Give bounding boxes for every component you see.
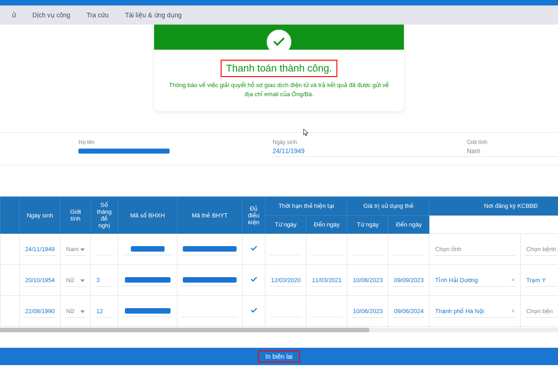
field-dob: Ngày sinh 24/11/1949	[273, 139, 467, 157]
success-card: Thanh toán thành công. Thông báo về việc…	[154, 25, 404, 111]
horizontal-scrollbar[interactable]	[0, 328, 558, 332]
redacted-value	[183, 246, 237, 252]
print-receipt-button[interactable]: In biên lai	[265, 353, 293, 360]
cell-gioitinh-select[interactable]: Nữ	[61, 265, 91, 296]
clear-icon[interactable]: ×	[511, 276, 515, 284]
nav-bar: ử Dịch vụ công Tra cứu Tài liệu & ứng dụ…	[0, 5, 558, 25]
cell-giatri-den[interactable]: 09/06/2024	[388, 296, 429, 327]
table-row: 20/10/1954Nữ312/03/202011/03/202110/06/2…	[0, 265, 558, 296]
nav-item-docs[interactable]: Tài liệu & ứng dụng	[117, 11, 190, 19]
cell-thoihan-den[interactable]: 11/03/2021	[306, 265, 347, 296]
cell-tinh-select[interactable]: Tỉnh Hải Dương×	[429, 265, 521, 296]
cell-ngaysinh[interactable]: 20/10/1954	[20, 265, 61, 296]
gender-value: Nam	[467, 147, 558, 157]
cell-benhvien-select[interactable]: Trạm Y	[521, 265, 558, 296]
cell-giatri-tu[interactable]: 10/06/2023	[347, 296, 388, 327]
cell-blank	[0, 234, 20, 265]
fullname-value-redacted	[78, 149, 170, 154]
redacted-value	[183, 277, 237, 283]
cell-mathe[interactable]	[177, 234, 243, 265]
cell-mathe[interactable]	[177, 265, 243, 296]
th-mabhxh: Mã số BHXH	[118, 197, 177, 234]
cell-thoihan-tu[interactable]	[265, 234, 306, 265]
cell-giatri-tu[interactable]: 10/06/2023	[347, 265, 388, 296]
th-ngaysinh: Ngày sinh	[20, 197, 61, 234]
scrollbar-thumb[interactable]	[0, 328, 369, 332]
dob-value: 24/11/1949	[273, 147, 467, 157]
th-th-tu: Từ ngày	[265, 215, 306, 234]
cell-thoihan-tu[interactable]: 12/03/2020	[265, 265, 306, 296]
th-noidk: Nơi đăng ký KCBBĐ	[429, 197, 558, 216]
cell-thoihan-tu[interactable]	[265, 296, 306, 327]
footer-bar: In biên lai	[0, 348, 558, 365]
gender-label: Giới tính	[467, 139, 558, 145]
check-icon	[250, 278, 258, 284]
cell-dudk	[243, 265, 265, 296]
chevron-down-icon	[80, 308, 85, 315]
success-header	[154, 25, 404, 50]
th-dudk: Đủ điều kiện	[243, 197, 265, 234]
cell-dudk	[243, 296, 265, 327]
success-message: Thông báo về việc giải quyết hồ sơ giao …	[164, 81, 394, 98]
cell-sothang[interactable]	[91, 234, 118, 265]
chevron-down-icon	[80, 246, 85, 253]
cell-sothang[interactable]: 12	[91, 296, 118, 327]
cell-sothang[interactable]: 3	[91, 265, 118, 296]
cell-mabhxh[interactable]	[118, 265, 177, 296]
field-gender: Giới tính Nam	[467, 139, 558, 157]
cell-giatri-tu[interactable]	[347, 234, 388, 265]
success-title: Thanh toán thành công.	[226, 62, 332, 74]
table-row: 22/08/1990Nữ1210/06/202309/06/2024Thành …	[0, 296, 558, 327]
cell-blank	[0, 265, 20, 296]
cell-ngaysinh[interactable]: 22/08/1990	[20, 296, 61, 327]
cell-giatri-den[interactable]: 09/09/2023	[388, 265, 429, 296]
redacted-value	[131, 246, 165, 252]
check-icon	[250, 247, 258, 253]
cell-tinh-select[interactable]: Thành phố Hà Nội×	[429, 296, 521, 327]
cell-mabhxh[interactable]	[118, 234, 177, 265]
th-gioitinh: Giới tính	[61, 197, 91, 234]
th-sothang: Số tháng đề nghị	[91, 197, 118, 234]
cell-thoihan-den[interactable]	[306, 296, 347, 327]
success-check-icon	[267, 30, 291, 54]
cell-thoihan-den[interactable]	[306, 234, 347, 265]
th-blank	[0, 197, 20, 234]
success-title-highlight: Thanh toán thành công.	[221, 60, 337, 77]
redacted-value	[125, 308, 170, 314]
field-fullname: Họ tên	[78, 139, 273, 157]
th-thoihan: Thời hạn thẻ hiện tại	[265, 197, 347, 216]
cell-tinh-select[interactable]: Chọn tỉnh	[429, 234, 521, 265]
fullname-label: Họ tên	[78, 139, 273, 145]
cell-gioitinh-select[interactable]: Nam	[61, 234, 91, 265]
th-gt-den: Đến ngày	[388, 215, 429, 234]
cell-dudk	[243, 234, 265, 265]
cell-mathe[interactable]	[177, 296, 243, 327]
nav-item-lookup[interactable]: Tra cứu	[78, 11, 117, 19]
dob-label: Ngày sinh	[273, 139, 467, 145]
cell-giatri-den[interactable]	[388, 234, 429, 265]
th-giatri: Giá trị sử dụng thẻ	[347, 197, 429, 216]
clear-icon[interactable]: ×	[511, 307, 515, 315]
data-table-wrap: Ngày sinh Giới tính Số tháng đề nghị Mã …	[0, 196, 558, 332]
chevron-down-icon	[80, 277, 85, 284]
redacted-value	[125, 277, 170, 283]
check-icon	[250, 309, 258, 315]
nav-item-services[interactable]: Dịch vụ công	[24, 11, 78, 19]
cell-benhvien-select[interactable]: Chọn bện	[521, 296, 558, 327]
th-mathe: Mã thẻ BHYT	[177, 197, 243, 234]
table-row: 24/11/1949NamChọn tỉnhChọn bệnh	[0, 234, 558, 265]
cell-ngaysinh[interactable]: 24/11/1949	[20, 234, 61, 265]
person-info-section: Họ tên Ngày sinh 24/11/1949 Giới tính Na…	[0, 132, 558, 165]
cell-gioitinh-select[interactable]: Nữ	[61, 296, 91, 327]
print-button-highlight: In biên lai	[258, 351, 300, 362]
data-table: Ngày sinh Giới tính Số tháng đề nghị Mã …	[0, 196, 558, 327]
nav-item-partial[interactable]: ử	[4, 11, 24, 19]
cell-mabhxh[interactable]	[118, 296, 177, 327]
top-banner	[0, 0, 558, 5]
th-th-den: Đến ngày	[306, 215, 347, 234]
cell-benhvien-select[interactable]: Chọn bệnh	[521, 234, 558, 265]
cell-blank	[0, 296, 20, 327]
th-gt-tu: Từ ngày	[347, 215, 388, 234]
